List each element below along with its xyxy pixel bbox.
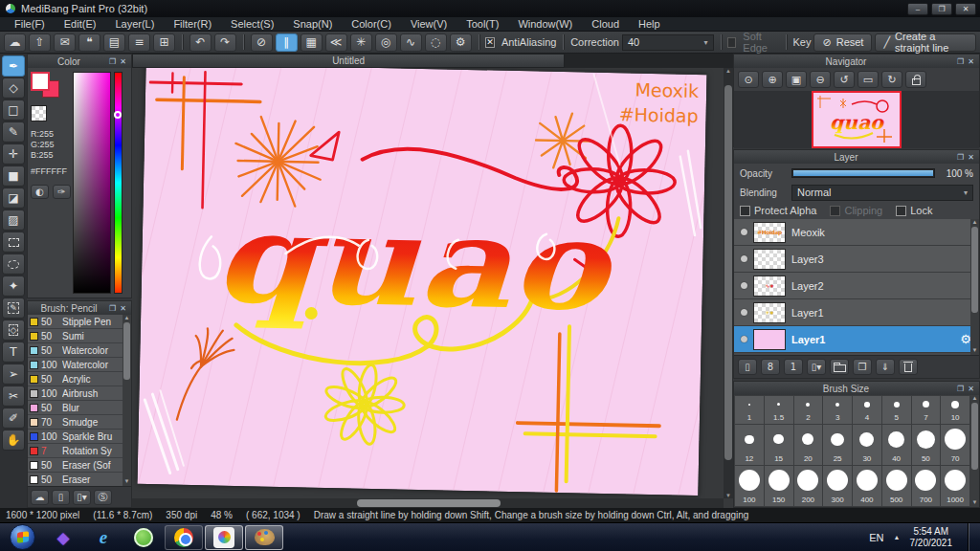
brush-list-item[interactable]: 70 Smudge xyxy=(28,415,131,430)
taskbar-kmplayer-icon[interactable]: ◆ xyxy=(44,525,82,550)
duplicate-layer-icon[interactable]: ❐ xyxy=(853,359,872,375)
layer-visibility-toggle[interactable] xyxy=(741,255,747,262)
brush-list-scrollbar[interactable]: ▲▼ xyxy=(122,315,131,486)
saturation-value-box[interactable] xyxy=(73,72,111,294)
snap-vanishing-icon[interactable]: ≪ xyxy=(325,33,347,52)
protect-alpha-checkbox[interactable] xyxy=(740,206,750,216)
popout-icon[interactable]: ❐ xyxy=(955,57,966,66)
menu-item[interactable]: Tool(T) xyxy=(457,18,507,30)
brush-size-option[interactable]: 70 xyxy=(941,425,969,465)
reset-button[interactable]: ⊘ Reset xyxy=(813,33,872,52)
bucket-tool[interactable]: ◪ xyxy=(2,187,25,209)
brush-list-item[interactable]: 100 Sparkle Bru xyxy=(28,430,131,444)
snap-radial-icon[interactable]: ✳ xyxy=(350,33,372,52)
folder-icon[interactable] xyxy=(830,359,849,375)
brush-size-option[interactable]: 40 xyxy=(882,425,911,465)
brush-size-option[interactable]: 15 xyxy=(765,425,793,465)
rotate-left-icon[interactable]: ↺ xyxy=(834,71,855,88)
brush-list-item[interactable]: 50 Eraser (Sof xyxy=(28,458,131,473)
close-icon[interactable]: ✕ xyxy=(966,57,976,66)
brush-size-option[interactable]: 200 xyxy=(794,466,823,506)
show-desktop-button[interactable] xyxy=(968,523,974,551)
rotate-right-icon[interactable]: ↻ xyxy=(881,71,902,88)
taskbar-medibang-launcher-icon[interactable] xyxy=(205,525,243,550)
menu-item[interactable]: Edit(E) xyxy=(56,18,105,30)
fill-rect-tool[interactable]: ■ xyxy=(2,165,25,187)
brush-size-option[interactable]: 10 xyxy=(941,396,969,424)
close-icon[interactable]: ✕ xyxy=(118,57,128,66)
brush-size-option[interactable]: 2 xyxy=(794,396,823,424)
brush-size-option[interactable]: 50 xyxy=(912,425,941,465)
brush-list-item[interactable]: 7 Rotation Sy xyxy=(28,444,131,458)
close-button[interactable]: ✕ xyxy=(955,3,976,15)
tray-expand-icon[interactable]: ▲ xyxy=(894,534,901,540)
brush-list-item[interactable]: 50 Sumi xyxy=(28,329,131,343)
layer-visibility-toggle[interactable] xyxy=(741,336,747,342)
document-icon[interactable]: ▤ xyxy=(103,33,125,52)
comment-list-icon[interactable]: ❝ xyxy=(78,33,100,52)
foreground-color-swatch[interactable] xyxy=(31,72,50,91)
script-brush-icon[interactable]: Ⓢ xyxy=(94,490,112,505)
layer-row[interactable]: ✳∗ Layer1 xyxy=(734,299,979,326)
canvas-viewport[interactable]: quao Meoxik #Hoidap xyxy=(132,68,733,508)
brush-size-option[interactable]: 4 xyxy=(853,396,881,424)
brush-size-option[interactable]: 25 xyxy=(823,425,852,465)
snap-off-icon[interactable]: ⊘ xyxy=(251,33,273,52)
fit-screen-icon[interactable]: ▣ xyxy=(786,71,807,88)
canvas-tab[interactable]: Untitled xyxy=(132,54,565,68)
minimize-button[interactable]: – xyxy=(907,3,928,15)
hand-tool[interactable]: ✋ xyxy=(2,430,25,451)
menu-item[interactable]: Help xyxy=(630,18,669,30)
brush-size-option[interactable]: 7 xyxy=(912,396,941,424)
eyedropper-tool[interactable]: ✐ xyxy=(2,408,25,429)
add-1bit-layer-icon[interactable]: 1 xyxy=(784,359,803,375)
delete-layer-icon[interactable] xyxy=(899,359,918,375)
taskbar-medibang-paint-icon[interactable] xyxy=(245,525,283,550)
snap-parallel-icon[interactable]: ∥ xyxy=(276,33,298,52)
brush-size-option[interactable]: 30 xyxy=(853,425,881,465)
snap-settings-icon[interactable]: ⚙ xyxy=(450,33,472,52)
snap-curve-icon[interactable]: ∿ xyxy=(400,33,422,52)
brush-list-item[interactable]: 50 Watercolor xyxy=(28,343,131,358)
magic-wand-tool[interactable]: ✦ xyxy=(2,276,25,297)
brush-size-option[interactable]: 700 xyxy=(912,466,941,506)
brush-tool[interactable]: ✒ xyxy=(2,55,25,77)
zoom-in-icon[interactable]: ⊕ xyxy=(762,71,783,88)
layer-visibility-toggle[interactable] xyxy=(741,309,747,316)
language-indicator[interactable]: EN xyxy=(869,532,883,543)
menu-item[interactable]: Layer(L) xyxy=(106,18,163,30)
brush-list-item[interactable]: 50 Eraser xyxy=(28,473,131,486)
transparent-color-swatch[interactable] xyxy=(31,105,47,121)
add-8bit-layer-icon[interactable]: 8 xyxy=(761,359,780,375)
menu-item[interactable]: Filter(R) xyxy=(165,18,220,30)
brush-size-option[interactable]: 100 xyxy=(735,466,764,506)
menu-item[interactable]: View(V) xyxy=(402,18,456,30)
antialiasing-checkbox[interactable]: ✕ xyxy=(485,37,495,48)
taskbar-coccoc-icon[interactable] xyxy=(124,525,163,550)
brush-list-item[interactable]: 50 Stipple Pen xyxy=(28,315,131,329)
brush-size-option[interactable]: 1 xyxy=(735,396,764,424)
dot-tool[interactable]: □ xyxy=(2,99,25,121)
menu-item[interactable]: Color(C) xyxy=(343,18,400,30)
brush-size-option[interactable]: 3 xyxy=(823,396,852,424)
cloud-icon[interactable]: ☁ xyxy=(4,33,26,52)
create-straight-line-button[interactable]: ╱ Create a straight line xyxy=(875,33,976,52)
blending-select[interactable]: Normal ▾ xyxy=(791,185,973,201)
popout-icon[interactable]: ❐ xyxy=(955,153,966,162)
brush-size-option[interactable]: 12 xyxy=(735,425,764,465)
move-tool[interactable]: ✛ xyxy=(2,143,25,165)
zoom-actual-icon[interactable]: ⊙ xyxy=(738,71,759,88)
brush-size-option[interactable]: 1.5 xyxy=(765,396,793,424)
menu-item[interactable]: Select(S) xyxy=(222,18,282,30)
operation-tool[interactable]: ➢ xyxy=(2,364,25,385)
snap-concentric-icon[interactable]: ◎ xyxy=(375,33,397,52)
select-pen-tool[interactable]: ✎ xyxy=(2,298,25,319)
brush-list-item[interactable]: 100 Airbrush xyxy=(28,386,131,401)
lasso-tool[interactable] xyxy=(2,253,25,275)
divide-tool[interactable]: ✂ xyxy=(2,386,25,407)
lock-icon[interactable] xyxy=(905,71,926,88)
menu-item[interactable]: Cloud xyxy=(583,18,628,30)
hue-bar[interactable] xyxy=(114,72,122,294)
menu-item[interactable]: File(F) xyxy=(6,18,54,30)
opacity-slider[interactable] xyxy=(791,168,935,178)
